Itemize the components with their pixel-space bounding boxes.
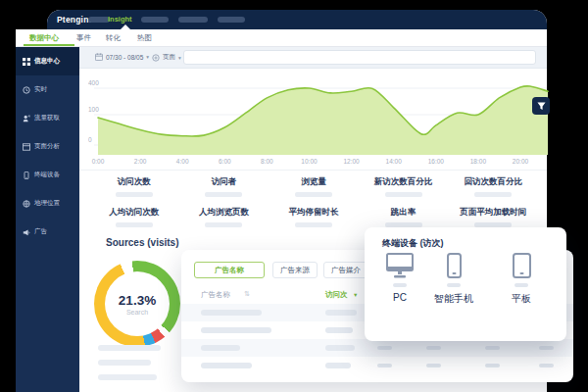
page-filter-dropdown[interactable]: 页面 ▾ [152,53,181,62]
svg-text:2:00: 2:00 [134,158,147,165]
svg-text:0:00: 0:00 [92,158,105,165]
sidebar-item-info-center[interactable]: 信息中心 [16,47,79,75]
clock-icon [23,86,30,94]
device-stat-tablet: 平板 [497,253,546,306]
donut-center: 21.3% Search [105,271,170,336]
cell-placeholder [201,345,240,351]
tablet-icon [513,253,531,278]
funnel-icon [537,102,546,111]
cell-placeholder [377,346,392,350]
filter-input[interactable] [183,50,536,65]
sidebar-item-ads[interactable]: 广告 [16,218,79,246]
donut-center-label: Search [126,309,148,316]
tab-events[interactable]: 事件 [76,33,91,43]
sidebar-item-realtime[interactable]: 实时 [16,75,79,104]
metric-visits[interactable]: 访问次数 [89,176,179,197]
sort-icon[interactable]: ⇅ [244,290,250,298]
tab-conversion[interactable]: 转化 [106,33,121,43]
cell-placeholder [539,364,554,368]
cell-placeholder [201,327,271,333]
device-value-placeholder [514,283,528,287]
page-filter-icon [152,54,160,62]
nav-item-placeholder[interactable] [88,17,110,23]
metric-return-visit-pct[interactable]: 回访次数百分比 [448,176,538,197]
svg-text:18:00: 18:00 [470,158,487,165]
device-stat-pc: PC [378,253,421,303]
filter-toolbar: 07/30 - 08/05 ▾ 页面 ▾ [79,47,547,69]
date-range-value: 07/30 - 08/05 [106,54,143,61]
sidebar: 信息中心 实时 流量获取 页面分析 终端设备 地理位置 广告 [16,47,79,392]
metric-visits-per-user[interactable]: 人均访问次数 [89,207,179,227]
chevron-down-icon: ▾ [146,54,149,60]
cell-placeholder [325,345,355,351]
metric-pages-per-user[interactable]: 人均浏览页数 [179,207,270,227]
metric-value-placeholder [385,192,422,197]
section-divider [79,170,547,171]
metric-bounce-rate[interactable]: 跳出率 [359,207,449,227]
device-value-placeholder [447,283,461,287]
page-analysis-icon [23,143,30,151]
metric-value-placeholder [205,192,242,197]
grid-icon [23,58,30,66]
svg-text:0: 0 [88,136,92,143]
calendar-icon [95,53,103,61]
nav-item-placeholder[interactable] [218,17,245,23]
column-header-ad-name[interactable]: 广告名称 [201,290,230,300]
traffic-chart: 4001000 0:002:004:006:008:0010:0012:0014… [88,76,549,167]
nav-item-placeholder[interactable] [141,17,169,23]
legend-item-placeholder [98,345,161,351]
svg-text:10:00: 10:00 [301,158,318,165]
chevron-down-icon: ▾ [178,55,181,61]
screenshot-canvas: Ptengine Insight 数据中心 事件 转化 热图 信息中心 实时 流… [0,0,588,392]
metric-pageviews[interactable]: 浏览量 [269,176,359,197]
metric-new-visit-pct[interactable]: 新访次数百分比 [359,176,449,197]
pill-ad-medium[interactable]: 广告媒介 [323,262,368,278]
donut-center-value: 21.3% [119,293,156,308]
device-popup-title: 终端设备 (访次) [382,237,444,250]
date-range-picker[interactable]: 07/30 - 08/05 ▾ [95,53,149,61]
metric-visitors[interactable]: 访问者 [179,176,270,197]
cell-placeholder [325,327,353,333]
cell-placeholder [201,310,262,316]
nav-item-insight[interactable]: Insight [108,15,132,24]
tab-bar: 数据中心 事件 转化 热图 [16,29,547,47]
pill-ad-name[interactable]: 广告名称 [194,262,265,278]
device-value-placeholder [393,283,407,287]
tab-heatmap[interactable]: 热图 [137,33,152,43]
cell-placeholder [201,363,252,368]
column-header-visits[interactable]: 访问次 [325,290,348,300]
cell-placeholder [377,364,392,368]
cell-placeholder [485,364,500,368]
svg-text:100: 100 [88,106,99,113]
svg-text:14:00: 14:00 [386,158,403,165]
sidebar-item-geo[interactable]: 地理位置 [16,189,79,218]
table-row[interactable] [181,357,573,374]
sidebar-item-traffic[interactable]: 流量获取 [16,104,79,132]
sort-desc-icon: ▼ [353,292,358,298]
svg-text:8:00: 8:00 [261,158,273,165]
metric-value-placeholder [474,192,512,197]
pill-ad-source[interactable]: 广告来源 [272,262,318,278]
metric-value-placeholder [116,192,153,197]
nav-item-placeholder[interactable] [178,17,208,23]
svg-text:16:00: 16:00 [428,158,445,165]
metric-avg-duration[interactable]: 平均停留时长 [269,207,359,227]
chart-filter-button[interactable] [532,97,550,115]
sources-title: Sources (visits) [106,237,178,248]
sidebar-item-devices[interactable]: 终端设备 [16,161,79,189]
megaphone-icon [23,228,30,236]
metric-value-placeholder [295,192,332,197]
tab-data-center[interactable]: 数据中心 [29,33,59,43]
metric-avg-load-time[interactable]: 页面平均加载时间 [448,207,538,227]
legend-item-placeholder [98,374,157,380]
metric-value-placeholder [205,222,242,227]
table-row[interactable] [181,339,573,357]
sidebar-item-page-analysis[interactable]: 页面分析 [16,132,79,161]
svg-text:400: 400 [88,79,99,86]
device-popup: 终端设备 (访次) PC 智能手机 平板 [365,227,566,341]
device-icon [23,172,30,179]
desktop-icon [386,253,414,278]
traffic-icon [23,115,30,122]
svg-text:6:00: 6:00 [219,158,231,165]
smartphone-icon [447,253,462,278]
